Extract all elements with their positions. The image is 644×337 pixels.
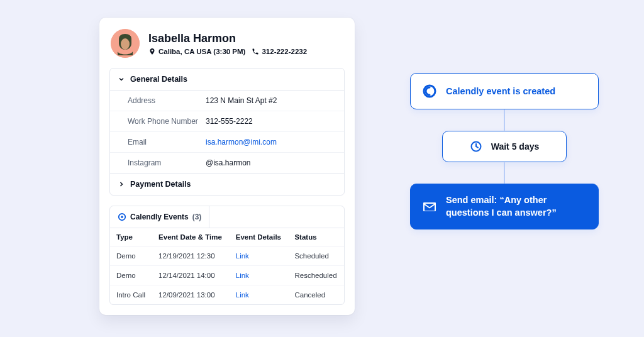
col-status: Status [288, 228, 344, 246]
detail-row-email: Email isa.harmon@imi.com [110, 132, 344, 153]
calendly-icon [118, 213, 126, 221]
event-link[interactable]: Link [236, 291, 249, 299]
col-dt: Event Date & Time [152, 228, 230, 246]
general-details-panel: General Details Address 123 N Main St Ap… [109, 68, 345, 196]
event-link[interactable]: Link [236, 272, 249, 279]
chevron-right-icon [118, 180, 125, 188]
svg-point-3 [121, 216, 123, 218]
tab-calendly-events[interactable]: Calendly Events (3) [110, 206, 209, 228]
phone-icon [252, 48, 259, 55]
table-row: Demo 12/19/2021 12:30 Link Scheduled [110, 246, 344, 266]
workflow-wait-node[interactable]: Wait 5 days [442, 131, 567, 162]
events-table: Type Event Date & Time Event Details Sta… [110, 228, 344, 304]
workflow-action-label: Send email: “Any other questions I can a… [446, 194, 587, 219]
contact-header: Isabella Harmon Caliba, CA USA (3:30 PM)… [99, 18, 355, 68]
col-type: Type [110, 228, 152, 246]
calendly-events-panel: Calendly Events (3) Type Event Date & Ti… [109, 206, 345, 305]
pin-icon [148, 48, 156, 55]
payment-details-toggle[interactable]: Payment Details [110, 173, 344, 195]
workflow-trigger-node[interactable]: Calendly event is created [410, 73, 599, 109]
svg-point-1 [121, 38, 130, 50]
connector [504, 162, 505, 184]
events-tabstrip: Calendly Events (3) [110, 206, 344, 228]
avatar [111, 29, 140, 58]
general-details-toggle[interactable]: General Details [110, 69, 344, 91]
detail-row-address: Address 123 N Main St Apt #2 [110, 91, 344, 111]
table-row: Demo 12/14/2021 14:00 Link Rescheduled [110, 266, 344, 285]
contact-location: Caliba, CA USA (3:30 PM) [148, 48, 245, 55]
table-row: Intro Call 12/09/2021 13:00 Link Cancele… [110, 285, 344, 305]
email-link[interactable]: isa.harmon@imi.com [206, 138, 277, 146]
contact-card: Isabella Harmon Caliba, CA USA (3:30 PM)… [99, 18, 355, 315]
calendly-icon [422, 84, 437, 99]
workflow-trigger-label: Calendly event is created [446, 86, 555, 96]
workflow: Calendly event is created Wait 5 days Se… [407, 73, 602, 229]
mail-icon [422, 199, 437, 214]
connector [504, 109, 505, 131]
event-link[interactable]: Link [236, 252, 249, 260]
chevron-down-icon [118, 75, 125, 83]
workflow-action-node[interactable]: Send email: “Any other questions I can a… [410, 184, 599, 229]
clock-icon [470, 140, 482, 153]
detail-row-instagram: Instagram @isa.harmon [110, 153, 344, 173]
contact-phone: 312-222-2232 [252, 48, 307, 55]
detail-row-work-phone: Work Phone Number 312-555-2222 [110, 111, 344, 132]
contact-name: Isabella Harmon [148, 32, 307, 45]
col-details: Event Details [230, 228, 289, 246]
workflow-wait-label: Wait 5 days [491, 141, 540, 152]
